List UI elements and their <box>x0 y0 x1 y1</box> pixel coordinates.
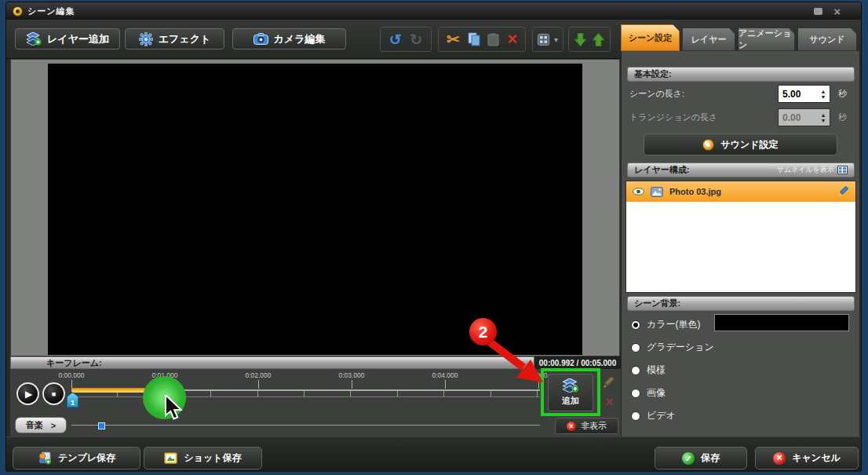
transition-length-label: トランジションの長さ <box>629 111 717 123</box>
ruler-tick <box>445 380 446 389</box>
tick-label: 0:00.000 <box>58 371 84 379</box>
image-file-icon <box>651 187 663 197</box>
sound-settings-button[interactable]: サウンド設定 <box>644 133 837 155</box>
scene-settings-body: 基本設定: シーンの長さ: 5.00 ▲▼ 秒 トランジションの長さ 0.00 … <box>621 51 860 440</box>
keyframe-header: キーフレーム: <box>10 356 534 369</box>
timeline-subtrack <box>71 396 540 397</box>
radio-icon <box>631 389 640 398</box>
transition-length-input: 0.00 ▲▼ <box>778 108 830 126</box>
copy-icon[interactable] <box>468 32 480 46</box>
speaker-icon <box>702 139 714 151</box>
check-icon: ✓ <box>682 452 695 465</box>
tick-label: 0:03.000 <box>338 371 364 379</box>
scene-length-input[interactable]: 5.00 ▲▼ <box>778 85 830 103</box>
scene-length-label: シーンの長さ: <box>629 88 684 100</box>
camera-edit-button[interactable]: カメラ編集 <box>232 28 346 49</box>
edit-keyframe-pencil-icon <box>603 376 615 389</box>
bg-option-image[interactable]: 画像 <box>631 386 666 400</box>
layout-group: ▾ <box>532 27 563 52</box>
move-down-icon[interactable] <box>574 33 586 46</box>
window-title: シーン編集 <box>27 5 75 17</box>
transition-length-unit: 秒 <box>838 111 847 123</box>
preview-panel <box>10 59 620 356</box>
tick-label: 0:02.000 <box>245 371 271 379</box>
bg-option-video[interactable]: ビデオ <box>631 409 676 422</box>
layer-list: Photo 03.jpg <box>625 181 856 293</box>
radio-icon <box>631 343 640 353</box>
tab-layer[interactable]: レイヤー <box>682 27 735 51</box>
ruler-tick <box>258 380 259 389</box>
radio-icon <box>631 411 640 421</box>
scene-length-spinner[interactable]: ▲▼ <box>817 86 830 102</box>
music-track-handle[interactable] <box>98 422 105 429</box>
time-display: 00:00.992 / 00:05.000 <box>534 356 621 369</box>
title-bar: シーン編集 × <box>6 2 861 20</box>
keyframe-timeline: キーフレーム: 00:00.992 / 00:05.000 ▶ ■ 0:00.0… <box>10 356 621 438</box>
cancel-x-icon: × <box>773 452 786 465</box>
paste-icon <box>487 33 499 46</box>
visibility-eye-icon[interactable] <box>633 188 644 195</box>
hide-icon: × <box>567 422 576 431</box>
layer-name: Photo 03.jpg <box>669 187 721 196</box>
grid-dropdown-caret-icon[interactable]: ▾ <box>554 35 558 44</box>
music-track[interactable] <box>71 425 540 426</box>
redo-icon: ↻ <box>410 32 422 47</box>
save-template-button[interactable]: テンプレ保存 <box>13 447 140 470</box>
move-up-icon[interactable] <box>593 33 604 46</box>
close-icon[interactable]: × <box>833 8 841 15</box>
scene-preview[interactable] <box>48 64 582 355</box>
settings-tabs: シーン設定 レイヤー アニメーション サウンド <box>621 24 860 51</box>
bg-option-gradient[interactable]: グラデーション <box>631 341 714 354</box>
ruler-tick <box>538 380 539 389</box>
grid-icon[interactable] <box>538 34 549 46</box>
basic-settings-header: 基本設定: <box>627 67 855 82</box>
stop-icon: ■ <box>52 390 56 398</box>
delete-keyframe-icon: × <box>605 394 614 411</box>
chevron-right-icon: > <box>51 421 56 430</box>
background-color-swatch[interactable] <box>714 314 849 331</box>
stop-button[interactable]: ■ <box>42 382 65 405</box>
scene-background-header: シーン背景: <box>627 296 855 311</box>
transition-length-spinner: ▲▼ <box>817 109 830 126</box>
delete-icon[interactable]: × <box>507 31 517 48</box>
ruler-tick <box>352 380 352 389</box>
app-icon <box>13 6 23 16</box>
shot-save-icon <box>164 452 177 464</box>
save-shot-button[interactable]: ショット保存 <box>144 447 262 470</box>
footer-bar: テンプレ保存 ショット保存 ✓ 保存 × キャンセル <box>6 437 861 472</box>
scene-length-unit: 秒 <box>838 88 847 100</box>
layer-row-selected[interactable]: Photo 03.jpg <box>626 181 855 202</box>
add-layer-button[interactable]: レイヤー追加 <box>15 28 120 49</box>
radio-icon <box>631 366 640 375</box>
effect-gear-icon <box>139 32 153 46</box>
tab-scene-settings[interactable]: シーン設定 <box>621 24 680 51</box>
reorder-group <box>568 27 611 52</box>
scene-edit-window: シーン編集 × レイヤー追加 <box>5 2 862 471</box>
cut-icon[interactable]: ✂ <box>447 31 460 47</box>
bg-option-pattern[interactable]: 模様 <box>631 364 666 377</box>
tick-label: 0:04.000 <box>432 371 458 379</box>
save-button[interactable]: ✓ 保存 <box>655 447 747 470</box>
effect-button[interactable]: エフェクト <box>125 28 224 49</box>
show-thumbnails-toggle[interactable]: サムネイルを表示 <box>777 165 848 175</box>
annotation-highlight-box <box>541 368 600 416</box>
cancel-button[interactable]: × キャンセル <box>755 447 859 470</box>
layers-plus-icon <box>26 32 42 46</box>
tab-sound[interactable]: サウンド <box>797 27 857 51</box>
annotation-step-badge: 2 <box>469 318 497 345</box>
minimize-icon[interactable] <box>814 8 822 15</box>
mouse-cursor <box>164 395 184 420</box>
layer-structure-header: レイヤー構成: サムネイルを表示 <box>627 163 855 177</box>
edit-pencil-icon[interactable] <box>838 186 849 197</box>
play-icon: ▶ <box>25 389 32 400</box>
template-save-icon <box>38 451 52 465</box>
bg-option-color[interactable]: カラー(単色) <box>631 318 701 331</box>
undo-redo-group: ↺ ↻ <box>380 27 432 52</box>
hide-button[interactable]: × 非表示 <box>555 418 618 434</box>
edit-group: ✂ × <box>438 27 526 52</box>
camera-icon <box>253 33 268 45</box>
music-button[interactable]: 音楽 > <box>15 417 67 433</box>
undo-icon[interactable]: ↺ <box>389 32 402 47</box>
play-button[interactable]: ▶ <box>16 382 39 405</box>
tab-animation[interactable]: アニメーション <box>738 27 795 51</box>
